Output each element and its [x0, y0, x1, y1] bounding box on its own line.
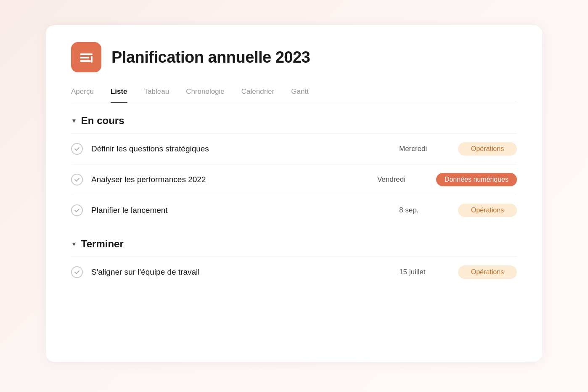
page-title: Planification annuelle 2023: [111, 48, 310, 66]
tab-chronologie[interactable]: Chronologie: [186, 87, 225, 102]
table-row: S'aligner sur l'équipe de travail 15 jui…: [71, 257, 517, 287]
task-check-1[interactable]: [71, 143, 83, 155]
section-en-cours-title: En cours: [81, 115, 124, 127]
svg-rect-0: [80, 53, 93, 55]
task-check-3[interactable]: [71, 204, 83, 216]
section-terminer-header: ▼ Terminer: [71, 225, 517, 257]
task-tag-3[interactable]: Opérations: [458, 204, 517, 217]
task-date-3: 8 sep.: [399, 206, 450, 215]
table-row: Analyser les performances 2022 Vendredi …: [71, 164, 517, 195]
tab-liste[interactable]: Liste: [111, 87, 127, 102]
main-card: Planification annuelle 2023 Aperçu Liste…: [46, 25, 542, 362]
task-check-2[interactable]: [71, 174, 83, 185]
tab-tableau[interactable]: Tableau: [144, 87, 170, 102]
app-icon-svg: [78, 49, 94, 65]
section-terminer-title: Terminer: [81, 238, 124, 250]
task-tag-1[interactable]: Opérations: [458, 142, 517, 156]
tab-calendrier[interactable]: Calendrier: [241, 87, 274, 102]
check-icon: [74, 207, 80, 213]
page-header: Planification annuelle 2023: [71, 42, 517, 72]
table-row: Définir les questions stratégiques Mercr…: [71, 133, 517, 164]
task-name-4: S'aligner sur l'équipe de travail: [91, 268, 391, 277]
svg-rect-3: [91, 56, 93, 63]
task-date-2: Vendredi: [377, 175, 428, 184]
task-tag-2[interactable]: Données numériques: [436, 173, 517, 186]
chevron-down-icon[interactable]: ▼: [71, 117, 77, 124]
task-name-2: Analyser les performances 2022: [91, 175, 369, 184]
app-icon: [71, 42, 101, 72]
task-date-4: 15 juillet: [399, 268, 450, 276]
check-icon: [74, 146, 80, 152]
check-icon: [74, 269, 80, 275]
svg-rect-1: [80, 57, 89, 58]
section-en-cours-header: ▼ En cours: [71, 102, 517, 133]
task-name-1: Définir les questions stratégiques: [91, 144, 391, 154]
tabs-bar: Aperçu Liste Tableau Chronologie Calendr…: [71, 87, 517, 102]
task-check-4[interactable]: [71, 266, 83, 278]
task-date-1: Mercredi: [399, 145, 450, 153]
svg-rect-2: [80, 60, 91, 62]
task-name-3: Planifier le lancement: [91, 206, 391, 215]
tab-apercu[interactable]: Aperçu: [71, 87, 94, 102]
task-tag-4[interactable]: Opérations: [458, 265, 517, 279]
table-row: Planifier le lancement 8 sep. Opérations: [71, 195, 517, 225]
check-icon: [74, 177, 80, 183]
tab-gantt[interactable]: Gantt: [291, 87, 309, 102]
chevron-down-icon-2[interactable]: ▼: [71, 241, 77, 247]
